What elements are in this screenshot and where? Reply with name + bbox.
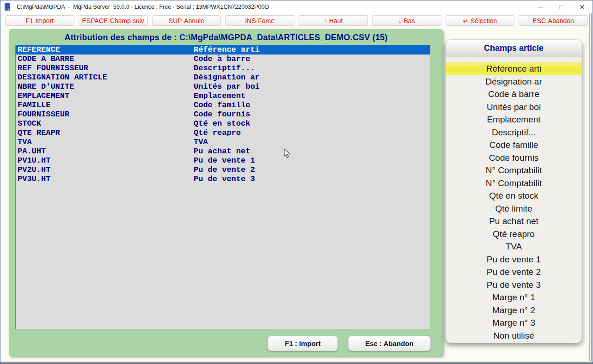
field-option-label: Pu de vente 3: [487, 280, 541, 290]
toolbar-button-espace-champ-suiv[interactable]: ESPACE-Champ suiv: [79, 15, 148, 26]
mapping-row[interactable]: CODE A BARRE Code à barre: [16, 55, 430, 64]
csv-column-name: FOURNISSEUR: [18, 110, 194, 119]
window-controls: ×: [530, 0, 593, 13]
mapping-row[interactable]: DESIGNATION ARTICLE Désignation ar: [16, 73, 430, 82]
key-arrow-icon: ↑: [324, 17, 327, 24]
csv-column-name: STOCK: [18, 119, 194, 128]
close-button[interactable]: ×: [572, 0, 593, 13]
field-option[interactable]: Non utilisé: [446, 329, 581, 342]
mapping-row[interactable]: FAMILLE Code famille: [16, 101, 430, 110]
field-option[interactable]: Marge n° 3: [446, 316, 581, 329]
field-option[interactable]: Qté reapro: [446, 228, 581, 241]
window-title: C:\MgPda\MGPDA - MgPda Server 59.0.0 - L…: [17, 4, 269, 10]
mapping-row[interactable]: PV2U.HT Pu de vente 2: [16, 165, 430, 175]
toolbar-button-label: -Haut: [327, 17, 342, 24]
field-option-label: Code à barre: [488, 89, 539, 99]
toolbar-button-esc-abandon[interactable]: ESC-Abandon: [519, 15, 588, 26]
field-option-label: Code fournis: [489, 153, 539, 163]
mapping-row[interactable]: TVA TVA: [16, 138, 430, 147]
mapping-row[interactable]: PV1U.HT Pu de vente 1: [16, 156, 430, 165]
mapped-field-name: Désignation ar: [194, 73, 260, 82]
mapped-field-name: Référence arti: [194, 45, 260, 55]
maximize-button[interactable]: [551, 0, 572, 13]
toolbar-button-f1-import[interactable]: F1-Import: [5, 15, 74, 26]
mouse-cursor: [284, 149, 291, 159]
field-option[interactable]: Marge n° 2: [446, 304, 581, 317]
mapped-field-name: Emplacement: [194, 91, 245, 101]
import-button[interactable]: F1 : Import: [268, 336, 338, 351]
champs-article-panel: Champs article Référence arti Désignatio…: [446, 39, 582, 343]
field-mapping-list[interactable]: REFERENCE Référence arti CODE A BARRE Co…: [15, 45, 430, 329]
mapped-field-name: Code famille: [194, 101, 250, 110]
field-option[interactable]: Code à barre: [446, 88, 581, 101]
mapped-field-name: Unités par boi: [194, 82, 260, 91]
field-option-label: N° Comptabilit: [486, 178, 542, 188]
field-option[interactable]: Qté limite: [446, 202, 581, 215]
field-option[interactable]: Marge n° 1: [446, 291, 581, 304]
field-option-label: Marge n° 2: [492, 305, 535, 315]
abandon-button[interactable]: Esc : Abandon: [348, 336, 431, 351]
minimize-button[interactable]: [530, 0, 551, 13]
field-option[interactable]: N° Comptabilit: [446, 177, 581, 190]
mapping-row[interactable]: REFERENCE Référence arti: [16, 45, 430, 55]
field-option[interactable]: Pu achat net: [446, 215, 581, 228]
mapping-row[interactable]: NBRE D'UNITE Unités par boi: [16, 82, 430, 91]
field-option[interactable]: TVA: [446, 240, 581, 253]
mapped-field-name: Code fournis: [194, 110, 250, 119]
csv-column-name: DESIGNATION ARTICLE: [18, 73, 194, 82]
mapping-row[interactable]: PA.UHT Pu achat net: [16, 147, 430, 156]
mapping-row[interactable]: EMPLACEMENT Emplacement: [16, 91, 430, 101]
toolbar-button-bas[interactable]: ↓-Bas: [372, 15, 441, 26]
shortcut-toolbar: F1-Import ESPACE-Champ suiv SUP-Annule I…: [0, 13, 593, 28]
csv-column-name: PV3U.HT: [18, 175, 194, 184]
csv-column-name: PV2U.HT: [18, 165, 194, 175]
attribution-panel-title: Attribution des champs de : C:\MgPda\MGP…: [9, 33, 443, 42]
field-option-label: Qté reapro: [493, 229, 535, 239]
field-option[interactable]: Pu de vente 3: [446, 279, 581, 291]
field-option-label: Marge n° 1: [492, 292, 535, 302]
field-option-label: Pu de vente 2: [487, 267, 541, 277]
mapping-row[interactable]: REF FOURNISSEUR Descriptif...: [16, 64, 430, 73]
csv-column-name: CODE A BARRE: [18, 55, 194, 64]
toolbar-button-label: ESPACE-Champ suiv: [82, 17, 144, 24]
field-option[interactable]: Code fournis: [446, 152, 581, 164]
field-option-label: TVA: [506, 242, 522, 251]
field-option[interactable]: Descriptif...: [446, 126, 581, 139]
champs-article-list[interactable]: Référence arti Désignation ar Code à bar…: [446, 57, 581, 342]
mapped-field-name: TVA: [194, 138, 208, 147]
field-option[interactable]: Emplacement: [446, 113, 581, 126]
field-option-label: Qté en stock: [489, 191, 538, 200]
toolbar-button-label: ESC-Abandon: [532, 17, 574, 24]
minimize-icon: [538, 7, 543, 7]
field-option[interactable]: Désignation ar: [446, 75, 581, 88]
csv-column-name: FAMILLE: [18, 101, 194, 110]
mapping-row[interactable]: QTE REAPR Qté reapro: [16, 128, 430, 138]
field-option-label: Marge n° 3: [492, 318, 535, 328]
field-option[interactable]: Pu de vente 1: [446, 253, 581, 266]
app-icon: [5, 3, 10, 11]
mapping-row[interactable]: PV3U.HT Pu de vente 3: [16, 175, 430, 184]
toolbar-button-label: F1-Import: [26, 17, 54, 24]
csv-column-name: REFERENCE: [18, 45, 194, 55]
field-option[interactable]: Qté en stock: [446, 189, 581, 202]
csv-column-name: EMPLACEMENT: [18, 91, 194, 101]
mapped-field-name: Qté reapro: [194, 128, 241, 138]
csv-column-name: REF FOURNISSEUR: [18, 64, 194, 73]
toolbar-button-label: INS-Force: [245, 17, 275, 24]
toolbar-button-ins-force[interactable]: INS-Force: [225, 15, 294, 26]
field-option[interactable]: Référence arti: [446, 62, 581, 75]
toolbar-button-haut[interactable]: ↑-Haut: [299, 15, 368, 26]
csv-column-name: PV1U.HT: [18, 156, 194, 165]
field-option-label: Pu de vente 1: [487, 255, 541, 264]
field-option-label: Code famille: [489, 140, 538, 150]
field-option[interactable]: Pu de vente 2: [446, 266, 581, 279]
field-option-label: Désignation ar: [485, 77, 542, 86]
field-option[interactable]: Code famille: [446, 139, 581, 152]
field-option[interactable]: N° Comptabilit: [446, 164, 581, 177]
mapped-field-name: Pu de vente 2: [194, 165, 255, 175]
mapping-row[interactable]: FOURNISSEUR Code fournis: [16, 110, 430, 119]
toolbar-button-sup-annule[interactable]: SUP-Annule: [152, 15, 221, 26]
mapping-row[interactable]: STOCK Qté en stock: [16, 119, 430, 128]
toolbar-button-selection[interactable]: ↵-Sélection: [446, 15, 515, 26]
field-option[interactable]: Unités par boi: [446, 101, 581, 114]
